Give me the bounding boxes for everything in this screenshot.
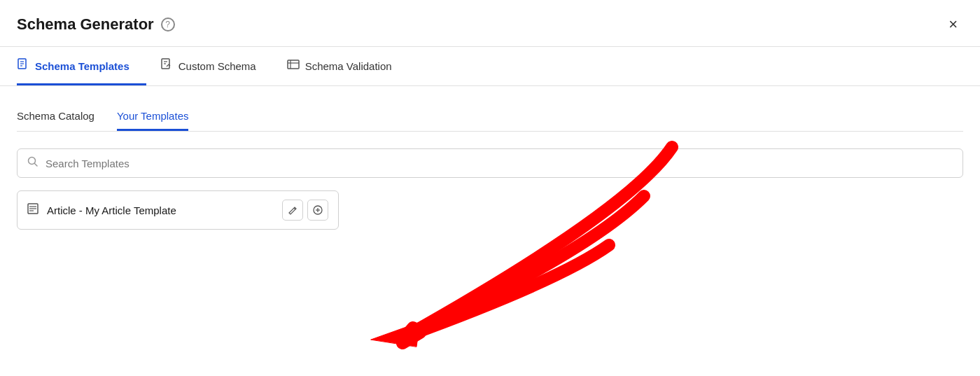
tab-custom-schema[interactable]: Custom Schema	[160, 47, 273, 85]
add-template-button[interactable]	[307, 200, 328, 221]
schema-validation-label: Schema Validation	[305, 60, 392, 72]
sub-tab-schema-catalog[interactable]: Schema Catalog	[17, 103, 94, 131]
search-input[interactable]	[46, 158, 953, 169]
sub-tab-bar: Schema Catalog Your Templates	[17, 103, 963, 132]
custom-schema-label: Custom Schema	[178, 60, 256, 72]
schema-templates-icon	[17, 58, 29, 74]
svg-marker-20	[371, 322, 420, 347]
modal-title: Schema Generator	[17, 15, 154, 34]
edit-template-button[interactable]	[282, 200, 303, 221]
top-tab-bar: Schema Templates Custom Schema	[0, 47, 980, 86]
schema-catalog-label: Schema Catalog	[17, 110, 94, 122]
schema-templates-label: Schema Templates	[35, 60, 130, 72]
svg-line-11	[35, 164, 38, 167]
custom-schema-icon	[160, 58, 173, 74]
svg-rect-7	[288, 60, 299, 69]
content-area: Schema Catalog Your Templates	[0, 86, 980, 230]
template-item-name: Article - My Article Template	[47, 204, 274, 216]
tab-schema-validation[interactable]: Schema Validation	[287, 47, 409, 85]
modal-header: Schema Generator ? ×	[0, 0, 980, 47]
your-templates-label: Your Templates	[117, 110, 189, 122]
tab-schema-templates[interactable]: Schema Templates	[17, 47, 146, 85]
search-icon	[27, 156, 38, 170]
template-actions	[282, 200, 328, 221]
template-item-icon	[27, 203, 38, 217]
schema-validation-icon	[287, 58, 300, 74]
schema-generator-modal: Schema Generator ? × Schema Templates	[0, 0, 980, 376]
title-area: Schema Generator ?	[17, 15, 175, 34]
close-button[interactable]: ×	[943, 14, 963, 35]
template-item: Article - My Article Template	[17, 190, 339, 230]
sub-tab-your-templates[interactable]: Your Templates	[117, 103, 189, 131]
help-icon[interactable]: ?	[161, 18, 175, 32]
search-bar	[17, 148, 963, 178]
